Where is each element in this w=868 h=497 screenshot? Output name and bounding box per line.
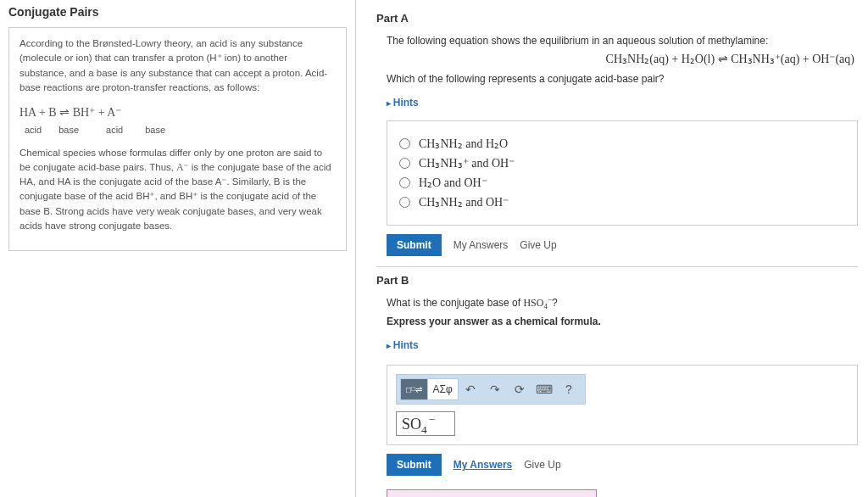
keyboard-button[interactable]: ⌨	[531, 378, 557, 400]
reset-button[interactable]: ⟳	[507, 378, 532, 400]
left-sidebar: Conjugate Pairs According to the Brønste…	[0, 0, 356, 497]
templates-button[interactable]: □□⇌	[400, 378, 428, 400]
choice-3-radio[interactable]	[399, 197, 410, 208]
intro-paragraph: According to the Brønsted-Lowry theory, …	[19, 36, 336, 95]
part-a-header: Part A	[376, 12, 858, 25]
topic-info-box: According to the Brønsted-Lowry theory, …	[8, 27, 347, 251]
formula-input[interactable]: SO4−	[396, 411, 455, 436]
greek-symbols-button[interactable]: ΑΣφ	[427, 378, 459, 400]
choice-0-label: CH₃NH₂ and H₂O	[419, 137, 508, 151]
part-a-buttons: Submit My Answers Give Up	[387, 234, 858, 256]
explanation-paragraph: Chemical species whose formulas differ o…	[19, 146, 336, 234]
part-a-prompt-1: The following equation shows the equilib…	[387, 33, 858, 48]
part-b-give-up-link[interactable]: Give Up	[524, 459, 560, 471]
topic-title: Conjugate Pairs	[8, 5, 347, 19]
part-b-hints-link[interactable]: Hints	[387, 339, 419, 351]
choice-3-label: CH₃NH₂ and OH⁻	[419, 195, 509, 209]
part-b-buttons: Submit My Answers Give Up	[387, 454, 858, 476]
part-b-my-answers-link[interactable]: My Answers	[453, 459, 513, 471]
choice-1[interactable]: CH₃NH₃⁺ and OH⁻	[399, 156, 845, 170]
choice-1-radio[interactable]	[399, 158, 410, 169]
part-a-hints-link[interactable]: Hints	[387, 97, 419, 109]
choice-1-label: CH₃NH₃⁺ and OH⁻	[419, 156, 515, 170]
part-b-prompt-2: Express your answer as a chemical formul…	[387, 314, 858, 329]
part-b-prompt-1: What is the conjugate base of HSO4−?	[387, 295, 858, 310]
undo-button[interactable]: ↶	[458, 378, 483, 400]
feedback-message: Incorrect; Try Again; 5 attempts remaini…	[387, 489, 597, 497]
part-a-choices: CH₃NH₂ and H₂O CH₃NH₃⁺ and OH⁻ H₂O and O…	[387, 120, 858, 226]
part-b-submit-button[interactable]: Submit	[387, 454, 442, 476]
choice-0[interactable]: CH₃NH₂ and H₂O	[399, 137, 845, 151]
formula-toolbar: □□⇌ ΑΣφ ↶ ↷ ⟳ ⌨ ?	[396, 374, 586, 405]
generic-equation: HA + B ⇌ BH⁺ + A⁻	[19, 103, 336, 121]
choice-3[interactable]: CH₃NH₂ and OH⁻	[399, 195, 845, 209]
equation-role-labels: acidbaseacidbase	[19, 123, 336, 137]
help-button[interactable]: ?	[556, 378, 581, 400]
choice-2[interactable]: H₂O and OH⁻	[399, 176, 845, 190]
part-a-my-answers-link[interactable]: My Answers	[453, 239, 509, 251]
choice-2-radio[interactable]	[399, 177, 410, 188]
redo-button[interactable]: ↷	[482, 378, 508, 400]
main-content: Part A The following equation shows the …	[356, 0, 868, 497]
part-a-give-up-link[interactable]: Give Up	[520, 239, 556, 251]
divider	[376, 266, 858, 267]
choice-0-radio[interactable]	[399, 138, 410, 149]
part-b-answer-box: □□⇌ ΑΣφ ↶ ↷ ⟳ ⌨ ? SO4−	[387, 365, 858, 445]
choice-2-label: H₂O and OH⁻	[419, 176, 487, 190]
part-a-submit-button[interactable]: Submit	[387, 234, 442, 256]
part-b-header: Part B	[376, 274, 858, 287]
part-a-equation: CH₃NH₂(aq) + H₂O(l) ⇌ CH₃NH₃⁺(aq) + OH⁻(…	[376, 52, 858, 66]
part-a-prompt-2: Which of the following represents a conj…	[387, 71, 858, 87]
